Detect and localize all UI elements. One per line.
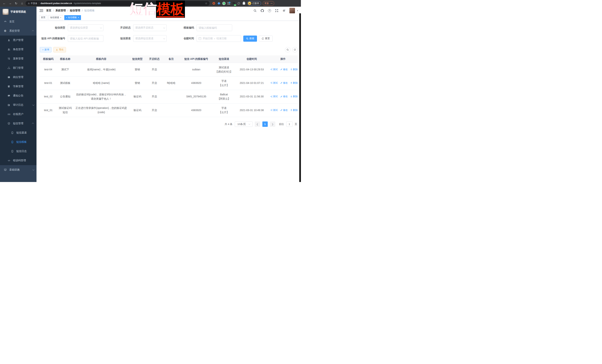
table-row: test-01 测试模板 哈哈哈 {name} 营销 开启 f哈哈哈 43839… [40,76,298,90]
refresh-button[interactable] [292,47,298,52]
edit-link[interactable]: 修改 [280,108,288,112]
font-size-icon[interactable]: tT [282,9,286,12]
browser-home-button[interactable]: ⌂ [20,1,24,6]
app-logo-row[interactable]: 芋道管理系统 [0,7,36,17]
close-icon[interactable]: × [78,16,79,19]
sidebar-item-audit-log[interactable]: 审计日志 [0,100,36,110]
tab-home[interactable]: 首页 [39,15,47,20]
tab-sms-template[interactable]: ●短信模板× [64,15,81,20]
sidebar-item-label: 岗位管理 [13,75,23,79]
edit-log-icon [7,104,10,106]
chevron-down-icon [32,168,34,170]
channel-label: 短信渠道 [103,37,131,40]
edit-link[interactable]: 修改 [280,67,288,71]
update-label: 更新 [264,2,269,5]
not-secure-warning[interactable]: ⚠ 不安全 [28,2,37,5]
status-select[interactable]: 请选择开启状态 [133,24,167,31]
table-row: test-04 测试下 老鸡{name}，牛逼{code} 营销 开启 suib… [40,63,298,76]
sms-type-select[interactable]: 请选择短信类型 [68,24,103,31]
chevron-down-icon [100,27,102,29]
test-link[interactable]: 测试 [270,94,278,98]
add-button[interactable]: +新增 [40,47,52,52]
close-icon[interactable]: × [60,16,61,19]
api-template-id-input[interactable] [70,37,101,40]
extension-grid-icon[interactable] [227,2,230,5]
cell-remark [163,90,180,103]
sidebar-collapse-icon[interactable] [40,9,43,12]
next-page-button[interactable]: ❯ [270,122,275,127]
profile-paused-pill[interactable]: 已暂停 [247,1,261,6]
create-time-range-picker[interactable]: 开始日期 - 结束日期 [197,35,241,42]
delete-link[interactable]: 删除 [290,81,298,85]
message-bubble-icon [7,94,10,97]
sidebar-item-label: 系统管理 [9,29,20,32]
status-label: 开启状态 [103,26,131,30]
sidebar-item-sms-channel[interactable]: 短信渠道 [0,128,36,137]
delete-link[interactable]: 删除 [290,94,298,98]
test-link[interactable]: 测试 [270,67,278,71]
sidebar-item-label: 短信管理 [13,122,23,125]
extension-orange-ring-icon[interactable] [212,2,215,5]
sidebar-item-label: 字典管理 [13,85,23,88]
extension-green-y-icon[interactable]: y [222,2,226,5]
current-page-button[interactable]: 1 [262,122,268,127]
sidebar-item-system-management[interactable]: ⚙ 系统管理 [0,26,36,36]
menu-tree-icon [7,57,10,60]
sidebar-item-role-management[interactable]: 角色管理 [0,45,36,54]
sidebar-item-home[interactable]: 首页 [0,17,36,26]
sidebar-item-online-users[interactable]: ((A)) 在线用户 [0,110,36,119]
sidebar-item-error-code[interactable]: </> 错误码管理 [0,156,36,165]
search-icon[interactable] [253,9,257,12]
edit-link[interactable]: 修改 [280,94,288,98]
breadcrumb-home[interactable]: 首页 [46,9,51,12]
sidebar-item-dict-management[interactable]: 字典管理 [0,82,36,91]
sidebar-item-infrastructure[interactable]: 基础设施 [0,165,36,174]
browser-back-button[interactable]: ← [2,1,7,6]
extension-list-on-icon[interactable]: on [232,2,236,5]
annotation-text-pink: 短信 [129,2,157,17]
sidebar-item-notice[interactable]: 通知公告 [0,91,36,100]
sidebar-item-sms-template[interactable]: 短信模板 [0,137,36,147]
bookmark-star-icon[interactable]: ☆ [205,2,207,5]
sidebar-item-user-management[interactable]: 用户管理 [0,36,36,45]
avatar-caret-icon[interactable]: ▾ [297,10,298,12]
browser-update-button[interactable]: 更新 ⋮ [263,1,274,6]
toggle-search-button[interactable] [285,47,290,52]
browser-forward-button[interactable]: → [8,1,13,6]
fullscreen-icon[interactable] [275,9,279,12]
tab-sms-channel[interactable]: 短信渠道× [48,15,63,20]
prev-page-button[interactable]: ❮ [255,122,260,127]
sidebar-item-dept-management[interactable]: 部门管理 [0,63,36,73]
delete-link[interactable]: 删除 [290,108,298,112]
test-link[interactable]: 测试 [270,81,278,85]
channel-select[interactable]: 请选择短信渠道 [133,35,167,42]
cell-code: test_01 [40,104,57,117]
sidebar-item-sms-management[interactable]: 短信管理 [0,119,36,128]
extensions-puzzle-icon[interactable] [242,2,246,5]
export-button[interactable]: 导出 [53,47,66,52]
delete-link[interactable]: 删除 [290,67,298,71]
extension-misc-icon[interactable] [237,2,240,5]
sidebar-item-post-management[interactable]: 岗位管理 [0,73,36,82]
sidebar-item-menu-management[interactable]: 菜单管理 [0,54,36,63]
help-icon[interactable]: ? [268,9,271,12]
app-title: 芋道管理系统 [10,10,26,13]
edit-link[interactable]: 修改 [280,81,288,85]
github-icon[interactable] [260,9,264,12]
sms-type-label: 短信类型 [40,26,65,30]
page-size-select[interactable]: 10条/页 [235,122,253,127]
breadcrumb-sms[interactable]: 短信管理 [70,9,80,12]
search-button[interactable]: 搜索 [243,36,257,42]
breadcrumb-system[interactable]: 系统管理 [55,9,66,12]
goto-page-input[interactable] [286,122,292,127]
reset-button[interactable]: 重置 [259,36,273,42]
user-avatar[interactable] [290,8,295,13]
browser-menu-icon[interactable]: ⋮ [270,2,273,4]
template-code-input[interactable] [199,26,230,29]
browser-reload-button[interactable]: ↻ [14,1,19,6]
cell-content: 哈哈哈 {name} [74,76,129,90]
sidebar-item-sms-log[interactable]: 短信日志 [0,147,36,156]
sidebar-item-label: 短信模板 [16,140,27,144]
extension-kite-icon[interactable] [217,2,220,5]
test-link[interactable]: 测试 [270,108,278,112]
